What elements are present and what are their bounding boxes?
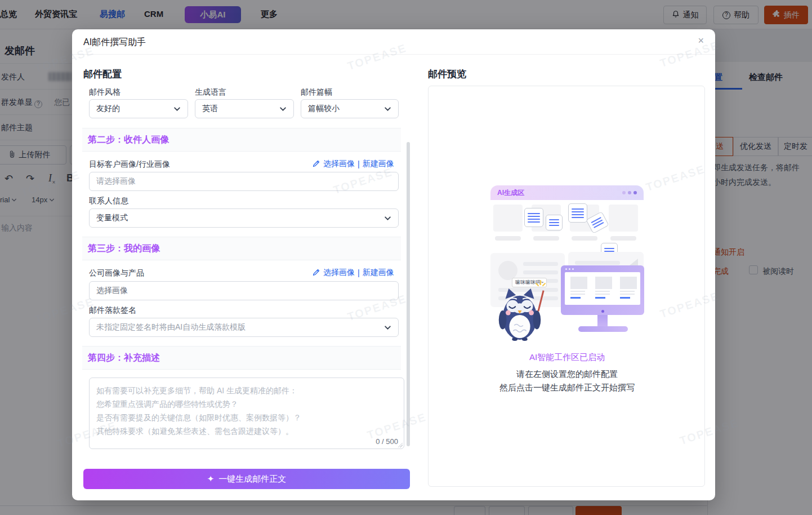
placeholder-bar bbox=[533, 236, 559, 241]
email-style-select[interactable]: 友好的 bbox=[89, 99, 188, 118]
char-counter: 0 / 500 bbox=[376, 437, 398, 446]
step3-band: 第三步：我的画像 bbox=[82, 237, 401, 260]
step2-band: 第二步：收件人画像 bbox=[82, 128, 401, 152]
link-separator: | bbox=[358, 159, 360, 168]
step4-heading: 第四步：补充描述 bbox=[82, 352, 160, 364]
edit-pen-icon bbox=[313, 159, 320, 169]
placeholder-bar bbox=[610, 236, 636, 241]
signature-select[interactable]: 未指定固定签名时将由AI自动生成落款模版 bbox=[89, 318, 399, 337]
placeholder-card bbox=[493, 205, 523, 232]
style-label: 邮件风格 bbox=[89, 87, 121, 97]
contact-info-label: 联系人信息 bbox=[89, 196, 128, 206]
preview-heading: 邮件预览 bbox=[428, 68, 466, 81]
workspace-status-text: AI智能工作区已启动 bbox=[490, 352, 644, 363]
target-profile-input[interactable]: 请选择画像 bbox=[89, 172, 399, 191]
company-profile-label: 公司画像与产品 bbox=[89, 268, 144, 278]
step2-heading: 第二步：收件人画像 bbox=[82, 134, 169, 146]
select-company-profile-link[interactable]: 选择画像 bbox=[323, 268, 355, 278]
owl-mascot-icon bbox=[497, 286, 542, 341]
banner-title: AI生成区 bbox=[497, 188, 524, 198]
hint-line-1: 请在左侧设置您的邮件配置 bbox=[457, 369, 677, 380]
resize-handle[interactable] bbox=[398, 442, 403, 447]
document-icon bbox=[546, 215, 563, 230]
app-root: 总览 外贸资讯宝 易搜邮 CRM 小易AI 更多 通知 ? 帮助 插件 发邮件 … bbox=[0, 0, 812, 515]
monitor-base bbox=[578, 326, 628, 332]
extra-description-field: 0 / 500 bbox=[89, 378, 404, 449]
chevron-down-icon bbox=[384, 105, 391, 113]
chevron-down-icon bbox=[384, 324, 391, 331]
length-select[interactable]: 篇幅较小 bbox=[301, 99, 399, 118]
company-profile-links: 选择画像 | 新建画像 bbox=[313, 268, 394, 278]
document-icon bbox=[524, 208, 543, 227]
chevron-down-icon bbox=[173, 105, 181, 113]
close-icon[interactable]: × bbox=[698, 35, 704, 46]
language-label: 生成语言 bbox=[195, 87, 226, 97]
edit-pen-icon bbox=[313, 268, 320, 278]
chevron-down-icon bbox=[384, 215, 391, 222]
step4-band: 第四步：补充描述 bbox=[82, 346, 401, 370]
email-preview-panel: AI生成区 bbox=[428, 86, 705, 487]
chevron-down-icon bbox=[279, 105, 287, 113]
placeholder-card bbox=[609, 205, 638, 232]
document-icon bbox=[568, 203, 587, 223]
contact-mode-select[interactable]: 变量模式 bbox=[89, 208, 399, 228]
step3-heading: 第三步：我的画像 bbox=[82, 243, 160, 255]
modal-title: AI邮件撰写助手 bbox=[83, 37, 146, 48]
placeholder-bar bbox=[495, 236, 521, 241]
select-profile-link[interactable]: 选择画像 bbox=[323, 159, 355, 169]
create-company-profile-link[interactable]: 新建画像 bbox=[363, 268, 394, 278]
placeholder-bar bbox=[572, 236, 597, 241]
wand-sparkle-icon bbox=[534, 280, 547, 291]
avatar-placeholder bbox=[498, 261, 517, 280]
sparkle-icon: ✦ bbox=[207, 474, 215, 484]
config-heading: 邮件配置 bbox=[83, 68, 122, 81]
window-dots-icon bbox=[622, 191, 637, 194]
monitor-stand bbox=[597, 315, 608, 326]
length-label: 邮件篇幅 bbox=[301, 87, 332, 97]
link-separator: | bbox=[358, 268, 360, 277]
monitor-illustration bbox=[561, 265, 644, 315]
ai-workspace-illustration: AI生成区 bbox=[490, 185, 644, 399]
config-scrollbar[interactable] bbox=[407, 142, 410, 446]
ai-generation-banner: AI生成区 bbox=[490, 185, 644, 200]
generate-email-button[interactable]: ✦ 一键生成邮件正文 bbox=[83, 469, 410, 489]
target-profile-label: 目标客户画像/行业画像 bbox=[89, 159, 170, 170]
monitor-power-dot bbox=[601, 310, 604, 313]
create-profile-link[interactable]: 新建画像 bbox=[363, 159, 394, 169]
hint-line-2: 然后点击一键生成邮件正文开始撰写 bbox=[457, 383, 677, 393]
modal-header: AI邮件撰写助手 × bbox=[72, 29, 715, 55]
company-profile-input[interactable]: 选择画像 bbox=[89, 281, 399, 300]
signature-label: 邮件落款签名 bbox=[89, 305, 136, 316]
ai-email-assistant-modal: AI邮件撰写助手 × 邮件配置 邮件风格 生成语言 邮件篇幅 友好的 英语 篇幅… bbox=[72, 29, 715, 500]
extra-description-textarea[interactable] bbox=[90, 378, 404, 449]
monitor-screen bbox=[565, 272, 640, 305]
target-profile-links: 选择画像 | 新建画像 bbox=[313, 159, 394, 169]
language-select[interactable]: 英语 bbox=[195, 99, 294, 118]
